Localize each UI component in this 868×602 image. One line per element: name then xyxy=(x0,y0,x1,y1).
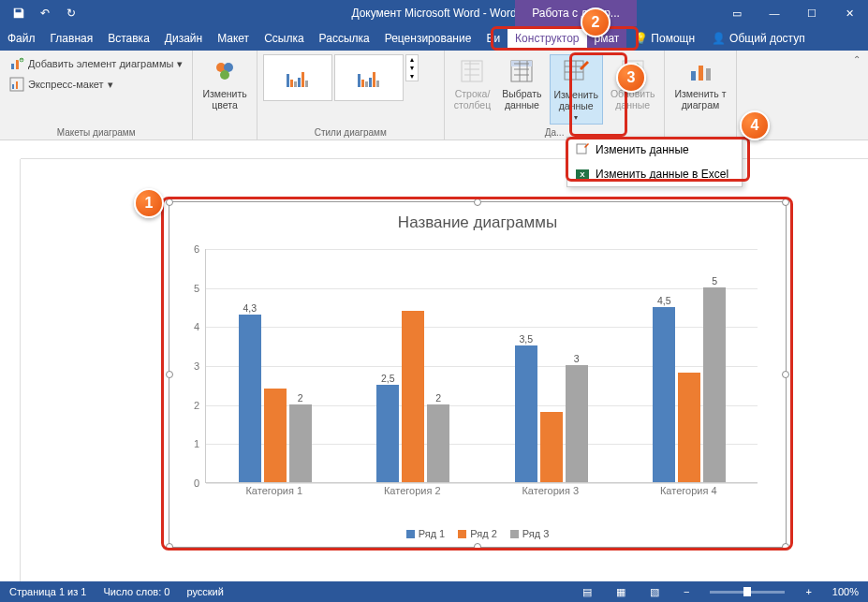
tab-layout[interactable]: Макет xyxy=(210,26,257,51)
switch-icon xyxy=(457,56,487,86)
save-icon xyxy=(12,7,25,20)
category-label: Категория 4 xyxy=(620,485,758,496)
data-label: 4,3 xyxy=(243,302,257,314)
share-button[interactable]: 👤Общий доступ xyxy=(702,26,815,51)
group-chart-layouts: + Добавить элемент диаграммы▾ Экспресс-м… xyxy=(0,51,193,139)
chart-style-1[interactable] xyxy=(263,54,332,101)
bar[interactable] xyxy=(678,373,700,482)
data-label: 4,5 xyxy=(657,295,671,306)
change-chart-type-button[interactable]: Изменить т диаграм xyxy=(670,54,729,112)
svg-rect-0 xyxy=(11,64,14,69)
tab-file[interactable]: Файл xyxy=(0,26,43,51)
gallery-down[interactable]: ▾ xyxy=(406,64,418,72)
close-button[interactable]: ✕ xyxy=(831,0,868,26)
chevron-down-icon: ▾ xyxy=(108,79,113,91)
zoom-in-button[interactable]: + xyxy=(802,586,815,597)
data-label: 2 xyxy=(298,392,303,404)
change-type-icon xyxy=(685,56,715,86)
chart-object[interactable]: Название диаграммы 01234564,322,523,534,… xyxy=(169,201,787,548)
quick-access-toolbar: ↶ ↻ xyxy=(0,4,90,22)
minimize-button[interactable]: — xyxy=(756,0,793,26)
tab-tellme[interactable]: 💡Помощн xyxy=(626,26,702,51)
ribbon-display-button[interactable]: ▭ xyxy=(718,0,756,26)
select-data-button[interactable]: Выбрать данные xyxy=(498,54,545,112)
tab-design[interactable]: Дизайн xyxy=(157,26,210,51)
tab-references[interactable]: Ссылка xyxy=(257,26,311,51)
collapse-ribbon-button[interactable]: ⌃ xyxy=(846,51,868,139)
tab-insert[interactable]: Вставка xyxy=(100,26,157,51)
svg-rect-6 xyxy=(16,81,18,89)
group-chart-styles: ▴ ▾ ▾ Стили диаграмм xyxy=(257,51,445,139)
bar[interactable] xyxy=(540,412,563,482)
svg-rect-13 xyxy=(565,61,583,80)
weblayout-button[interactable]: ▧ xyxy=(646,586,663,598)
data-label: 3,5 xyxy=(519,333,533,345)
add-chart-element-button[interactable]: + Добавить элемент диаграммы▾ xyxy=(6,54,186,73)
tab-chart-design[interactable]: Конструктор xyxy=(508,26,586,51)
save-button[interactable] xyxy=(7,4,30,22)
bar[interactable] xyxy=(566,365,588,482)
chart-plot-area[interactable]: 01234564,322,523,534,55 xyxy=(205,249,758,483)
group-change-colors: Изменить цвета xyxy=(193,51,257,139)
undo-button[interactable]: ↶ xyxy=(34,4,56,22)
ytick: 4 xyxy=(194,321,199,332)
svg-rect-18 xyxy=(577,144,586,154)
edit-data-button[interactable]: Изменить данные▾ xyxy=(550,54,603,125)
svg-rect-15 xyxy=(691,71,696,81)
window-title: Документ Microsoft Word - Word xyxy=(351,7,516,20)
legend-item[interactable]: Ряд 2 xyxy=(458,528,497,539)
tab-mailings[interactable]: Рассылка xyxy=(312,26,377,51)
readmode-button[interactable]: ▤ xyxy=(579,586,596,598)
edit-data-dropdown: Изменить данные X Изменить данные в Exce… xyxy=(566,137,743,187)
tab-home[interactable]: Главная xyxy=(43,26,101,51)
ruler-vertical[interactable] xyxy=(0,159,21,581)
bar[interactable] xyxy=(515,345,537,482)
edit-data-icon xyxy=(561,57,591,87)
bar[interactable] xyxy=(703,287,726,482)
status-lang[interactable]: русский xyxy=(186,586,223,597)
status-page[interactable]: Страница 1 из 1 xyxy=(9,586,86,597)
quick-layout-button[interactable]: Экспресс-макет▾ xyxy=(6,75,117,94)
zoom-percent[interactable]: 100% xyxy=(832,586,859,597)
redo-button[interactable]: ↻ xyxy=(60,4,82,22)
bulb-icon: 💡 xyxy=(634,32,648,45)
data-label: 2 xyxy=(435,392,441,404)
gallery-more[interactable]: ▾ xyxy=(406,72,418,81)
tab-view[interactable]: Ви xyxy=(478,26,508,51)
category-label: Категория 2 xyxy=(344,485,482,496)
gallery-up[interactable]: ▴ xyxy=(406,55,418,64)
bar[interactable] xyxy=(376,385,399,482)
zoom-slider[interactable] xyxy=(710,591,785,594)
ytick: 5 xyxy=(194,283,199,294)
legend-item[interactable]: Ряд 1 xyxy=(406,528,446,539)
bar[interactable] xyxy=(264,389,287,482)
chart-style-2[interactable] xyxy=(334,54,404,101)
document-area[interactable]: + 🖌 ▼ Название диаграммы 01234564,322,52… xyxy=(21,159,847,581)
bar[interactable] xyxy=(289,404,312,482)
chart-title[interactable]: Название диаграммы xyxy=(169,213,786,232)
colors-icon xyxy=(210,56,240,86)
change-colors-button[interactable]: Изменить цвета xyxy=(199,54,250,112)
chart-legend[interactable]: Ряд 1Ряд 2Ряд 3 xyxy=(169,528,786,539)
bar[interactable] xyxy=(427,404,449,482)
bar[interactable] xyxy=(653,307,675,483)
tab-review[interactable]: Рецензирование xyxy=(377,26,479,51)
legend-swatch xyxy=(510,530,519,538)
status-wordcount[interactable]: Число слов: 0 xyxy=(103,586,169,597)
callout-2: 2 xyxy=(581,7,611,37)
share-icon: 👤 xyxy=(712,32,726,45)
legend-swatch xyxy=(406,530,415,538)
printlayout-button[interactable]: ▦ xyxy=(612,586,629,598)
quick-layout-icon xyxy=(9,77,24,92)
edit-data-item[interactable]: Изменить данные xyxy=(567,138,742,162)
edit-data-excel-item[interactable]: X Изменить данные в Excel xyxy=(567,162,742,186)
select-data-icon xyxy=(507,56,537,86)
zoom-out-button[interactable]: − xyxy=(680,586,693,597)
category-label: Категория 1 xyxy=(205,485,344,496)
bar[interactable] xyxy=(402,311,424,482)
bar[interactable] xyxy=(239,315,261,482)
legend-item[interactable]: Ряд 3 xyxy=(510,528,550,539)
ytick: 3 xyxy=(194,360,199,372)
maximize-button[interactable]: ☐ xyxy=(793,0,831,26)
switch-rowcol-button: Строка/ столбец xyxy=(450,54,494,112)
